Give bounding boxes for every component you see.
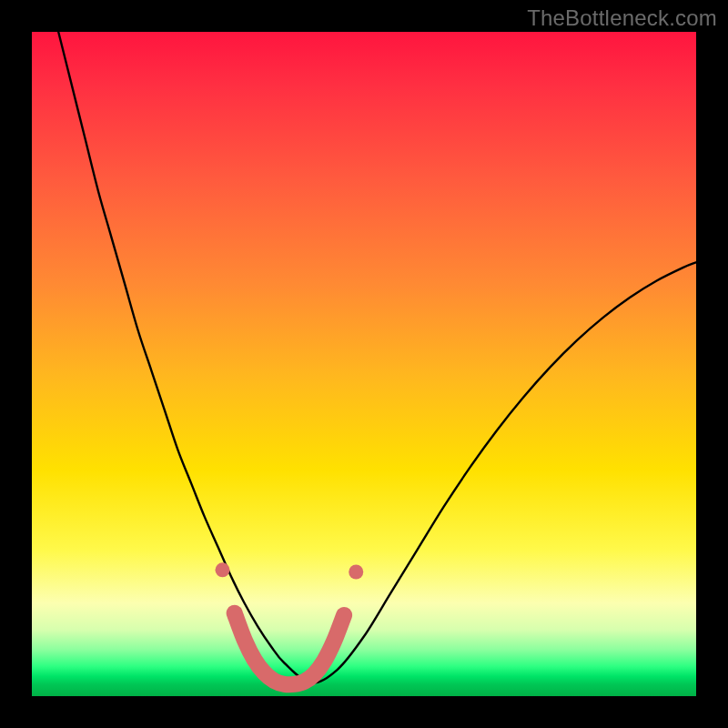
chart-frame: TheBottleneck.com <box>0 0 728 728</box>
watermark-text: TheBottleneck.com <box>527 5 717 31</box>
optimal-range-markers <box>235 613 344 685</box>
plot-area <box>32 32 696 696</box>
optimal-range-dots <box>216 562 364 579</box>
bottleneck-curve-svg <box>32 32 696 696</box>
bottleneck-curve <box>58 32 696 683</box>
marker-dot <box>216 562 230 577</box>
marker-dot <box>349 564 363 579</box>
